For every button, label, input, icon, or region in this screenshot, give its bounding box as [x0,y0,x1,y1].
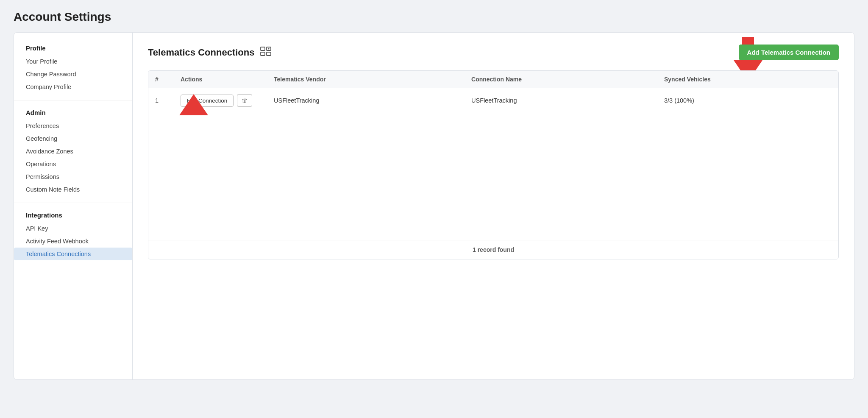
content-title-row: Telematics Connections [148,47,271,58]
row-connection-name: USFleetTracking [465,88,657,113]
arrow-up-head [179,94,208,115]
sidebar-item-company-profile[interactable]: Company Profile [14,81,132,93]
trash-icon: 🗑 [242,97,248,104]
table-header-row: # Actions Telematics Vendor Connection N… [148,71,838,88]
sidebar-section-integrations: Integrations [14,210,132,222]
connections-table-wrapper: # Actions Telematics Vendor Connection N… [148,70,839,259]
content-area: Telematics Connections [133,33,854,379]
delete-connection-button[interactable]: 🗑 [237,94,252,107]
sidebar-item-avoidance-zones[interactable]: Avoidance Zones [14,145,132,158]
add-telematics-connection-button[interactable]: Add Telematics Connection [739,45,839,60]
table-footer: 1 record found [148,240,838,259]
svg-rect-0 [261,47,265,50]
sidebar-item-change-password[interactable]: Change Password [14,68,132,81]
row-vendor: USFleetTracking [267,88,465,113]
col-header-synced-vehicles: Synced Vehicles [657,71,838,88]
table-empty-space [148,113,838,240]
sidebar-inner: Profile Your Profile Change Password Com… [14,43,132,260]
col-header-actions: Actions [174,71,267,88]
svg-rect-2 [261,52,265,56]
svg-rect-3 [267,52,271,56]
table-section: # Actions Telematics Vendor Connection N… [148,70,839,259]
sidebar-divider-1 [14,100,132,100]
sidebar-item-geofencing[interactable]: Geofencing [14,132,132,145]
col-header-num: # [148,71,174,88]
connections-table: # Actions Telematics Vendor Connection N… [148,71,838,113]
sidebar-item-activity-feed-webhook[interactable]: Activity Feed Webhook [14,235,132,248]
sidebar-item-operations[interactable]: Operations [14,158,132,170]
sidebar-item-telematics-connections[interactable]: Telematics Connections [14,248,132,260]
add-button-wrapper: Add Telematics Connection [739,45,839,60]
row-synced-vehicles: 3/3 (100%) [657,88,838,113]
sidebar-section-profile: Profile [14,43,132,55]
sidebar-item-your-profile[interactable]: Your Profile [14,55,132,68]
content-header: Telematics Connections [148,45,839,60]
sidebar-item-permissions[interactable]: Permissions [14,170,132,183]
row-num: 1 [148,88,174,113]
sidebar-section-admin: Admin [14,107,132,120]
sidebar-item-api-key[interactable]: API Key [14,222,132,235]
svg-point-5 [268,48,270,50]
col-header-connection-name: Connection Name [465,71,657,88]
page-title: Account Settings [14,10,854,24]
sidebar-divider-2 [14,203,132,203]
sidebar: Profile Your Profile Change Password Com… [14,33,133,379]
col-header-vendor: Telematics Vendor [267,71,465,88]
content-title: Telematics Connections [148,47,254,58]
record-count: 1 record found [473,246,514,253]
sidebar-item-custom-note-fields[interactable]: Custom Note Fields [14,183,132,196]
main-card: Profile Your Profile Change Password Com… [14,32,854,380]
sidebar-item-preferences[interactable]: Preferences [14,120,132,132]
table-row: 1 Edit Connection 🗑 USFleetTracking [148,88,838,113]
telematics-icon [260,47,271,58]
